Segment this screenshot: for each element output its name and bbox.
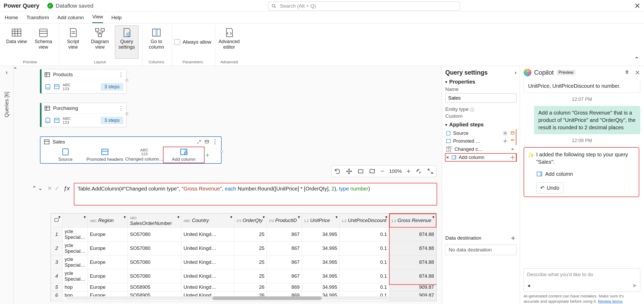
step-prev-button[interactable]: ⌃ bbox=[32, 185, 37, 191]
menu-help[interactable]: Help bbox=[111, 15, 122, 23]
column-header[interactable]: 1.2 Gross Revenue▼ bbox=[389, 214, 436, 228]
saved-text: Dataflow saved bbox=[56, 3, 94, 9]
query-settings-button[interactable]: Query settings bbox=[115, 25, 139, 59]
menu-add-column[interactable]: Add column bbox=[58, 15, 84, 23]
undo-icon[interactable] bbox=[334, 168, 341, 175]
zoom-in-button[interactable]: + bbox=[407, 167, 411, 175]
column-header[interactable]: ▼ bbox=[51, 214, 63, 228]
pin-icon[interactable] bbox=[624, 70, 630, 75]
commit-formula-button[interactable]: ✓ bbox=[55, 185, 59, 192]
step-next-button[interactable]: ⌄ bbox=[38, 185, 43, 191]
column-header[interactable]: ABC SalesOrderNumber▼ bbox=[128, 214, 181, 228]
column-header[interactable]: ▼ bbox=[62, 214, 88, 228]
undo-button[interactable]: ↶ Undo bbox=[536, 182, 563, 193]
delete-step-button[interactable]: ✕ bbox=[446, 155, 449, 160]
data-view-button[interactable]: Data view bbox=[5, 25, 28, 59]
menu-view[interactable]: View bbox=[92, 14, 103, 23]
name-input[interactable] bbox=[445, 93, 517, 103]
gear-icon[interactable] bbox=[503, 131, 508, 136]
properties-section[interactable]: Properties bbox=[445, 79, 517, 85]
pan-icon[interactable] bbox=[346, 168, 352, 175]
sparkle-icon[interactable]: ✦ bbox=[527, 283, 531, 289]
column-header[interactable]: 1.2 UnitPriceDiscount▼ bbox=[339, 214, 389, 228]
info-icon[interactable]: i bbox=[470, 108, 474, 112]
table-row[interactable]: 1ycle Special…EuropeSO57080United Kingd…… bbox=[51, 228, 436, 241]
datasource-icon[interactable] bbox=[510, 131, 515, 136]
review-terms-link[interactable]: Review terms bbox=[598, 299, 623, 303]
collapse-icon[interactable] bbox=[196, 139, 202, 145]
close-button[interactable]: ✕ bbox=[634, 2, 640, 10]
always-allow-check[interactable]: Always allow bbox=[174, 25, 211, 59]
advanced-editor-button[interactable]: Advanced editor bbox=[217, 25, 241, 59]
step-promoted-headers[interactable]: Promoted headers bbox=[85, 148, 125, 162]
table-row[interactable]: 2ycle Special…EuropeSO57080United Kingd…… bbox=[51, 241, 436, 255]
gear-icon[interactable] bbox=[510, 147, 515, 152]
table-row[interactable]: 5hopEuropeSO58905United Kingd…2686934.99… bbox=[51, 283, 436, 291]
menu-transform[interactable]: Transform bbox=[27, 15, 49, 23]
applied-steps-section[interactable]: Applied steps bbox=[445, 122, 517, 128]
query-card-sales[interactable]: Sales ⋮ Source Promoted headers ABC123 bbox=[40, 136, 222, 164]
add-destination-button[interactable]: ＋ bbox=[510, 233, 517, 243]
card-menu-button[interactable]: ⋮ bbox=[212, 138, 218, 145]
close-copilot-button[interactable] bbox=[635, 70, 640, 75]
column-header[interactable]: 1.2 UnitPrice▼ bbox=[302, 214, 339, 228]
step-add-column[interactable]: Add column bbox=[164, 148, 203, 162]
applied-step-add-column[interactable]: ✕ Add column bbox=[445, 153, 517, 161]
table-icon bbox=[54, 84, 60, 90]
datasource-icon[interactable] bbox=[204, 139, 209, 145]
applied-step-changed[interactable]: ABC123 Changed c… bbox=[445, 145, 517, 153]
card-menu-button[interactable]: ⋮ bbox=[118, 107, 124, 110]
zoom-out-button[interactable]: − bbox=[380, 167, 384, 175]
fit-icon[interactable] bbox=[357, 168, 364, 175]
copilot-input[interactable]: Describe what you'd like to do ✦ ➤ bbox=[524, 268, 640, 292]
formula-bar[interactable]: Table.AddColumn(#"Changed column type", … bbox=[74, 183, 437, 205]
port-dot[interactable] bbox=[126, 79, 128, 81]
gear-icon[interactable] bbox=[503, 138, 508, 144]
formula-expand-button[interactable]: ⌃ bbox=[14, 66, 17, 72]
scrollbar-thumb[interactable] bbox=[212, 296, 322, 300]
menu-home[interactable]: Home bbox=[5, 15, 18, 23]
port-dot[interactable] bbox=[220, 150, 223, 153]
datasource-icon[interactable] bbox=[510, 138, 515, 144]
query-card-products[interactable]: Products ⋮ csv ABC123 3 steps bbox=[40, 69, 127, 94]
collapse-settings-button[interactable]: › bbox=[515, 69, 517, 76]
steps-badge[interactable]: 3 steps bbox=[101, 117, 123, 124]
column-header[interactable]: ABC Region▼ bbox=[88, 214, 127, 228]
svg-point-55 bbox=[512, 157, 513, 158]
script-view-button[interactable]: Script view bbox=[61, 25, 85, 59]
minimap-icon[interactable] bbox=[369, 168, 376, 175]
table-row[interactable]: 3ycle Special…EuropeSO57080United Kingd…… bbox=[51, 255, 436, 269]
applied-step-promoted[interactable]: Promoted … bbox=[445, 137, 517, 145]
query-card-purchasing[interactable]: Purchasing ⋮ csv ABC123 3 steps bbox=[40, 103, 127, 127]
goto-column-button[interactable]: Go to column bbox=[145, 25, 168, 59]
column-header[interactable]: 1²3 OrderQty▼ bbox=[234, 214, 267, 228]
diagram-canvas[interactable]: Products ⋮ csv ABC123 3 steps Purchasing… bbox=[14, 66, 442, 304]
table-row[interactable]: 4ycle Special…EuropeSO57080United Kingd…… bbox=[51, 269, 436, 283]
copilot-placeholder: Describe what you'd like to do bbox=[527, 272, 593, 277]
steps-badge[interactable]: 3 steps bbox=[101, 83, 123, 91]
column-header[interactable]: ABC Country▼ bbox=[181, 214, 234, 228]
schema-view-button[interactable]: Schema view bbox=[32, 25, 55, 59]
diagram-view-button[interactable]: Diagram view bbox=[88, 25, 112, 59]
expand-queries-button[interactable]: › bbox=[6, 69, 8, 76]
step-changed-column[interactable]: ABC123 Changed column… bbox=[125, 148, 164, 162]
applied-step-source[interactable]: Source bbox=[445, 129, 517, 137]
search-box[interactable]: Search (Alt + Q) bbox=[268, 2, 460, 11]
wand-icon: ✨ bbox=[528, 151, 534, 159]
preview-table[interactable]: ▼▼ABC Region▼ABC SalesOrderNumber▼ABC Co… bbox=[50, 213, 437, 301]
data-destination-section[interactable]: Data destination bbox=[445, 235, 481, 241]
entity-type-label: Entity type i bbox=[445, 106, 517, 112]
no-destination-box[interactable]: No data destination bbox=[445, 245, 517, 255]
column-header[interactable]: 1²3 ProductID▼ bbox=[267, 214, 302, 228]
svg-line-1 bbox=[274, 7, 276, 8]
horizontal-scrollbar[interactable] bbox=[67, 296, 431, 300]
step-source[interactable]: Source bbox=[46, 148, 85, 162]
card-menu-button[interactable]: ⋮ bbox=[118, 73, 124, 76]
port-dot[interactable] bbox=[126, 112, 128, 115]
collapse-diagonal-icon[interactable] bbox=[415, 168, 422, 175]
send-button[interactable]: ➤ bbox=[632, 282, 637, 289]
expand-diagonal-icon[interactable] bbox=[427, 168, 434, 175]
cancel-formula-button[interactable]: ✕ bbox=[47, 185, 52, 192]
gear-icon[interactable] bbox=[510, 155, 515, 160]
ribbon-collapse-button[interactable]: ⌃ bbox=[634, 56, 639, 63]
